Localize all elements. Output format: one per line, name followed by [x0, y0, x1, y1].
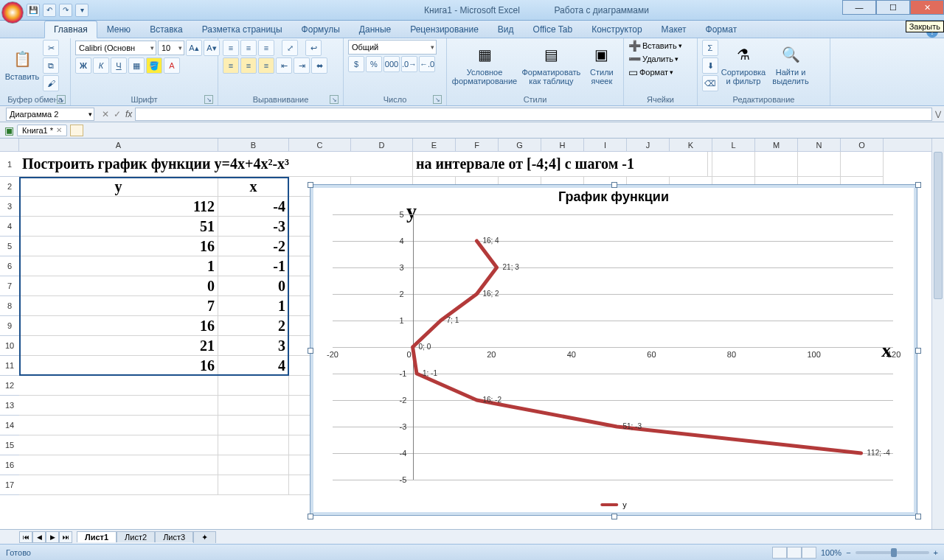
chart-object[interactable]: График функции y x -5-4-3-2-112345-20020… [310, 184, 917, 516]
underline-button[interactable]: Ч [111, 57, 127, 74]
cell-A3[interactable]: 112 [19, 197, 218, 217]
sheet-tab-3[interactable]: Лист3 [155, 531, 193, 542]
row-header-15[interactable]: 15 [0, 435, 19, 455]
comma[interactable]: 000 [384, 56, 400, 72]
window-close[interactable]: ✕ [910, 0, 944, 15]
italic-button[interactable]: К [93, 57, 109, 74]
chart-handle[interactable] [611, 514, 617, 519]
cell-A5[interactable]: 16 [19, 237, 218, 256]
vscroll-thumb[interactable] [934, 152, 943, 299]
qat-customize[interactable]: ▾ [75, 4, 88, 17]
col-header-B[interactable]: B [218, 139, 289, 151]
tab-officetab[interactable]: Office Tab [524, 21, 583, 38]
tab-home[interactable]: Главная [44, 21, 97, 38]
cell-B5[interactable]: -2 [218, 237, 289, 256]
row-header-2[interactable]: 2 [0, 177, 19, 197]
cell-E1[interactable]: на интервале от [-4;4] с шагом -1 [413, 152, 708, 177]
cell-B6[interactable]: -1 [218, 256, 289, 276]
sheet-nav-first[interactable]: ⏮ [19, 531, 32, 543]
cell-A1[interactable]: Построить график функции y=4x+4x²-x³ [19, 152, 413, 177]
row-header-17[interactable]: 17 [0, 475, 19, 495]
zoom-level[interactable]: 100% [821, 548, 841, 557]
col-header-G[interactable]: G [499, 139, 541, 151]
cell-B16[interactable] [218, 455, 289, 475]
wrap-text[interactable]: ↩ [305, 40, 322, 56]
inc-decimal[interactable]: .0→ [401, 56, 417, 72]
cell-B12[interactable] [218, 376, 289, 396]
cell-A16[interactable] [19, 455, 218, 475]
chart-title[interactable]: График функции [310, 189, 917, 205]
sheet-tab-1[interactable]: Лист1 [77, 531, 117, 542]
cell-B9[interactable]: 2 [218, 316, 289, 336]
cell-B11[interactable]: 4 [218, 356, 289, 376]
sort-filter[interactable]: ⚗Сортировка и фильтр [721, 40, 766, 88]
row-header-5[interactable]: 5 [0, 237, 19, 256]
zoom-thumb[interactable] [891, 548, 897, 557]
col-header-N[interactable]: N [798, 139, 841, 151]
align-top[interactable]: ≡ [223, 40, 239, 56]
col-header-H[interactable]: H [541, 139, 584, 151]
view-layout[interactable] [787, 547, 802, 559]
col-header-C[interactable]: C [289, 139, 351, 151]
chart-handle[interactable] [915, 514, 921, 519]
sheet-tab-2[interactable]: Лист2 [117, 531, 155, 542]
cell-styles[interactable]: ▣Стили ячеек [585, 40, 619, 88]
col-header-A[interactable]: A [19, 139, 218, 151]
merge-center[interactable]: ⬌ [311, 57, 327, 74]
alignment-dialog[interactable]: ↘ [330, 95, 339, 104]
align-right[interactable]: ≡ [258, 57, 274, 74]
cell-B15[interactable] [218, 435, 289, 455]
cell-L1[interactable] [712, 152, 755, 177]
cell-O1[interactable] [841, 152, 884, 177]
tab-design[interactable]: Конструктор [582, 21, 651, 38]
cell-A17[interactable] [19, 475, 218, 495]
clipboard-dialog[interactable]: ↘ [57, 95, 66, 104]
close-doc-tab[interactable]: ✕ [56, 126, 62, 134]
row-header-10[interactable]: 10 [0, 336, 19, 356]
tab-pagelayout[interactable]: Разметка страницы [192, 21, 292, 38]
sheet-nav-last[interactable]: ⏭ [59, 531, 72, 543]
percent[interactable]: % [366, 56, 382, 72]
cell-A9[interactable]: 16 [19, 316, 218, 336]
orientation[interactable]: ⤢ [282, 40, 298, 56]
shrink-font[interactable]: A▾ [204, 40, 220, 56]
tab-layout[interactable]: Макет [652, 21, 696, 38]
col-header-M[interactable]: M [755, 139, 798, 151]
cell-A14[interactable] [19, 416, 218, 435]
select-all-corner[interactable] [0, 139, 19, 152]
indent-dec[interactable]: ⇤ [276, 57, 292, 74]
cell-B4[interactable]: -3 [218, 217, 289, 237]
fill-color[interactable]: 🪣 [146, 57, 162, 74]
name-box[interactable]: Диаграмма 2 [6, 108, 94, 121]
col-header-J[interactable]: J [627, 139, 670, 151]
office-button[interactable] [1, 1, 24, 24]
qat-save[interactable]: 💾 [27, 4, 40, 17]
row-header-12[interactable]: 12 [0, 376, 19, 396]
cell-A2[interactable]: y [19, 177, 218, 197]
cell-A12[interactable] [19, 376, 218, 396]
row-header-7[interactable]: 7 [0, 276, 19, 296]
zoom-out[interactable]: − [846, 548, 850, 557]
tab-data[interactable]: Данные [350, 21, 400, 38]
col-header-O[interactable]: O [841, 139, 884, 151]
chart-handle[interactable] [308, 348, 313, 354]
clear[interactable]: ⌫ [702, 75, 718, 91]
enter-formula[interactable]: ✓ [114, 109, 121, 119]
row-header-3[interactable]: 3 [0, 197, 19, 217]
insert-cells[interactable]: Вставить [642, 41, 677, 50]
border-button[interactable]: ▦ [128, 57, 145, 74]
cell-B10[interactable]: 3 [218, 336, 289, 356]
autosum[interactable]: Σ [702, 40, 718, 56]
dec-decimal[interactable]: ←.0 [419, 56, 435, 72]
cell-A11[interactable]: 16 [19, 356, 218, 376]
window-maximize[interactable]: ☐ [876, 0, 910, 15]
format-cells[interactable]: Формат [639, 68, 668, 77]
new-doc-tab[interactable] [70, 125, 83, 136]
tab-review[interactable]: Рецензирование [400, 21, 488, 38]
paste-button[interactable]: 📋 Вставить [4, 40, 40, 88]
row-header-11[interactable]: 11 [0, 356, 19, 376]
col-header-E[interactable]: E [413, 139, 456, 151]
doc-tab-active[interactable]: Книга1 *✕ [17, 125, 67, 136]
tab-view[interactable]: Вид [488, 21, 524, 38]
align-bottom[interactable]: ≡ [258, 40, 274, 56]
